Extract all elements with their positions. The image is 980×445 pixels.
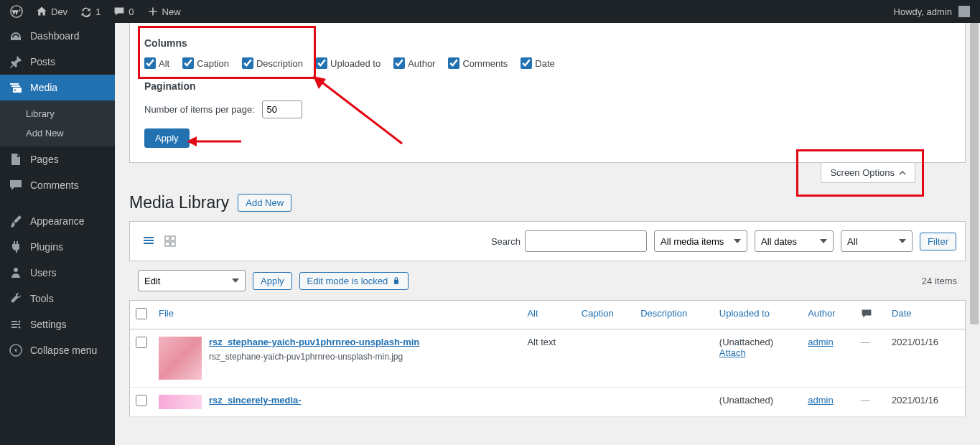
- pin-icon: [9, 55, 23, 69]
- bulk-action-select[interactable]: Edit: [138, 270, 246, 291]
- caption-cell: [576, 388, 635, 417]
- sidebar-item-tools[interactable]: Tools: [0, 286, 115, 312]
- media-icon: [9, 80, 23, 95]
- sidebar-item-pages[interactable]: Pages: [0, 146, 115, 172]
- search-input[interactable]: [525, 230, 647, 252]
- col-description[interactable]: Description: [635, 301, 714, 329]
- uploaded-to-text: (Unattached): [719, 337, 796, 347]
- search-label: Search: [491, 236, 521, 247]
- author-link[interactable]: admin: [808, 337, 833, 347]
- author-link[interactable]: admin: [808, 395, 833, 406]
- users-icon: [9, 266, 23, 280]
- column-toggle-author[interactable]: Author: [393, 57, 435, 69]
- sidebar-item-users[interactable]: Users: [0, 260, 115, 286]
- row-checkbox[interactable]: [136, 337, 147, 348]
- svg-rect-9: [171, 236, 175, 240]
- sidebar-item-label: Settings: [30, 319, 67, 330]
- submenu-add-new[interactable]: Add New: [0, 123, 115, 143]
- file-title-link[interactable]: rsz_sincerely-media-: [209, 395, 302, 406]
- col-comments[interactable]: [855, 301, 886, 329]
- sidebar-item-dashboard[interactable]: Dashboard: [0, 23, 115, 49]
- add-new-button[interactable]: Add New: [238, 194, 291, 212]
- screen-options-tab[interactable]: Screen Options: [821, 163, 915, 183]
- description-cell: [635, 388, 714, 417]
- sidebar-item-comments[interactable]: Comments: [0, 172, 115, 198]
- col-file[interactable]: File: [153, 301, 521, 329]
- checkbox[interactable]: [521, 57, 532, 69]
- tags-select[interactable]: All: [841, 230, 913, 252]
- file-title-link[interactable]: rsz_stephane-yaich-puv1phrnreo-unsplash-…: [209, 337, 419, 347]
- plus-icon: [147, 6, 159, 17]
- select-all-checkbox[interactable]: [136, 308, 147, 319]
- thumbnail[interactable]: [159, 395, 202, 409]
- svg-rect-6: [144, 240, 154, 241]
- avatar: [958, 6, 970, 17]
- checkbox[interactable]: [182, 57, 194, 69]
- grid-icon: [163, 234, 177, 248]
- col-date[interactable]: Date: [886, 301, 965, 329]
- row-checkbox[interactable]: [136, 395, 147, 406]
- view-list-button[interactable]: [139, 231, 159, 251]
- comment-icon: [113, 6, 125, 17]
- items-count: 24 items: [922, 276, 957, 286]
- checkbox[interactable]: [448, 57, 459, 69]
- svg-rect-10: [165, 242, 169, 246]
- sidebar-item-plugins[interactable]: Plugins: [0, 234, 115, 260]
- wordpress-icon: [10, 5, 23, 18]
- view-grid-button[interactable]: [160, 231, 180, 251]
- sidebar-submenu-media: Library Add New: [0, 100, 115, 146]
- list-icon: [141, 234, 156, 248]
- sidebar-item-collapse[interactable]: Collapse menu: [0, 337, 115, 363]
- alt-cell: [521, 388, 575, 417]
- plug-icon: [9, 240, 23, 254]
- sidebar-item-settings[interactable]: Settings: [0, 312, 115, 337]
- column-toggle-description[interactable]: Description: [242, 57, 303, 69]
- sidebar-item-posts[interactable]: Posts: [0, 49, 115, 75]
- col-alt[interactable]: Alt: [521, 301, 575, 329]
- scrollbar-thumb[interactable]: [970, 23, 979, 324]
- items-per-page-input[interactable]: [262, 100, 302, 118]
- submenu-library[interactable]: Library: [0, 104, 115, 123]
- sidebar-item-label: Plugins: [30, 241, 63, 253]
- items-per-page-label: Number of items per page:: [144, 104, 255, 115]
- sidebar-item-label: Tools: [30, 293, 54, 304]
- site-name[interactable]: Dev: [32, 0, 72, 23]
- updates[interactable]: 1: [76, 0, 105, 23]
- col-caption[interactable]: Caption: [576, 301, 635, 329]
- checkbox[interactable]: [316, 57, 327, 69]
- brush-icon: [9, 214, 23, 228]
- collapse-icon: [9, 343, 23, 357]
- columns-heading: Columns: [144, 37, 951, 49]
- checkbox[interactable]: [393, 57, 405, 69]
- sidebar-item-label: Media: [30, 82, 57, 93]
- bulk-apply-button[interactable]: Apply: [253, 272, 292, 290]
- my-account[interactable]: Howdy, admin: [890, 0, 974, 23]
- media-type-select[interactable]: All media items: [654, 230, 747, 252]
- col-author[interactable]: Author: [802, 301, 855, 329]
- svg-rect-11: [171, 242, 175, 246]
- col-uploadedto[interactable]: Uploaded to: [714, 301, 802, 329]
- sidebar-item-media[interactable]: Media: [0, 75, 115, 100]
- dates-select[interactable]: All dates: [755, 230, 834, 252]
- sidebar-item-appearance[interactable]: Appearance: [0, 208, 115, 234]
- new-content[interactable]: New: [143, 0, 185, 23]
- wp-logo[interactable]: [6, 0, 27, 23]
- alt-cell: Alt text: [521, 329, 575, 388]
- checkbox[interactable]: [242, 57, 253, 69]
- scrollbar[interactable]: [969, 23, 980, 445]
- attach-link[interactable]: Attach: [719, 347, 746, 358]
- edit-mode-locked-button[interactable]: Edit mode is locked: [299, 272, 409, 290]
- column-toggle-uploadedto[interactable]: Uploaded to: [316, 57, 381, 69]
- column-toggle-caption[interactable]: Caption: [182, 57, 229, 69]
- thumbnail[interactable]: [159, 337, 202, 380]
- date-cell: 2021/01/16: [886, 388, 965, 417]
- column-toggle-alt[interactable]: Alt: [144, 57, 169, 69]
- column-toggle-comments[interactable]: Comments: [448, 57, 508, 69]
- settings-icon: [9, 317, 23, 332]
- apply-screen-options-button[interactable]: Apply: [144, 128, 190, 148]
- filter-button[interactable]: Filter: [920, 233, 956, 250]
- column-toggle-date[interactable]: Date: [521, 57, 554, 69]
- sidebar-item-label: Users: [30, 267, 57, 278]
- checkbox[interactable]: [144, 57, 156, 69]
- comments-bubble[interactable]: 0: [109, 0, 138, 23]
